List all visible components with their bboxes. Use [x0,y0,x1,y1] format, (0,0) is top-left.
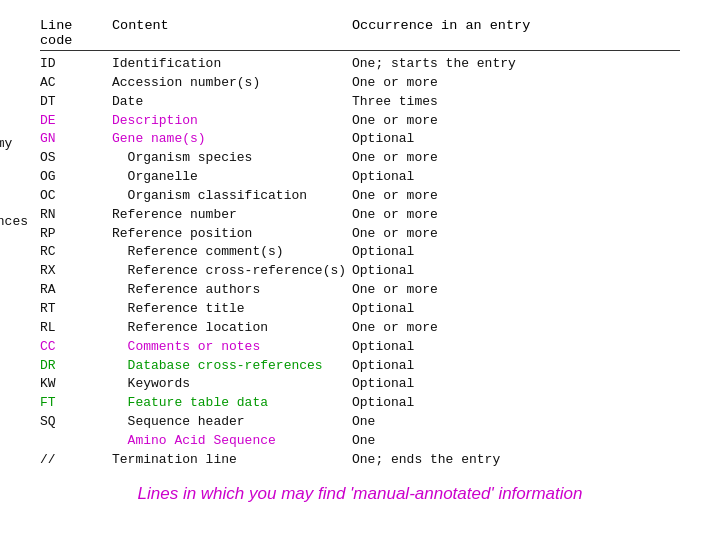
cell-linecode: DR [40,357,112,376]
cell-occurrence: One [352,432,572,451]
cell-content: Organelle [112,168,352,187]
table-header: Line code Content Occurrence in an entry [40,18,680,50]
table-row: CC Comments or notes Optional [40,338,680,357]
cell-content: Reference comment(s) [112,243,352,262]
main-container: taxonomy references Line code Content Oc… [0,0,720,540]
cell-occurrence: One [352,413,572,432]
cell-linecode: RC [40,243,112,262]
table-row: DR Database cross-references Optional [40,357,680,376]
cell-content: Gene name(s) [112,130,352,149]
cell-linecode: AC [40,74,112,93]
cell-occurrence: One or more [352,149,572,168]
cell-occurrence: One or more [352,225,572,244]
cell-content: Reference cross-reference(s) [112,262,352,281]
cell-occurrence: Optional [352,357,572,376]
table-row: // Termination line One; ends the entry [40,451,680,470]
cell-content: Reference number [112,206,352,225]
cell-linecode: RN [40,206,112,225]
table-row: ID Identification One; starts the entry [40,55,680,74]
cell-occurrence: One or more [352,281,572,300]
table-row: GN Gene name(s) Optional [40,130,680,149]
table-row: RA Reference authors One or more [40,281,680,300]
header-occurrence: Occurrence in an entry [352,18,572,48]
cell-content: Comments or notes [112,338,352,357]
cell-linecode: OC [40,187,112,206]
cell-occurrence: One or more [352,187,572,206]
table-row: RC Reference comment(s) Optional [40,243,680,262]
table-wrapper: taxonomy references Line code Content Oc… [40,18,680,470]
cell-linecode: RL [40,319,112,338]
cell-linecode: GN [40,130,112,149]
header-linecode: Line code [40,18,112,48]
cell-content: Description [112,112,352,131]
table-row: OG Organelle Optional [40,168,680,187]
cell-content: Identification [112,55,352,74]
cell-occurrence: Optional [352,168,572,187]
cell-linecode: DE [40,112,112,131]
cell-occurrence: One or more [352,319,572,338]
cell-content: Reference position [112,225,352,244]
cell-occurrence: Three times [352,93,572,112]
cell-content: Keywords [112,375,352,394]
cell-occurrence: One or more [352,74,572,93]
taxonomy-label: taxonomy [0,136,12,151]
table-body: ID Identification One; starts the entry … [40,55,680,470]
cell-occurrence: Optional [352,262,572,281]
cell-occurrence: One or more [352,206,572,225]
table-row: DT Date Three times [40,93,680,112]
cell-content: Organism species [112,149,352,168]
cell-linecode: RT [40,300,112,319]
cell-linecode: FT [40,394,112,413]
cell-occurrence: One; ends the entry [352,451,572,470]
table-row: OS Organism species One or more [40,149,680,168]
cell-linecode: CC [40,338,112,357]
cell-linecode: OS [40,149,112,168]
cell-content: Date [112,93,352,112]
cell-content: Organism classification [112,187,352,206]
table-row: OC Organism classification One or more [40,187,680,206]
cell-content: Accession number(s) [112,74,352,93]
cell-linecode: RP [40,225,112,244]
cell-content: Feature table data [112,394,352,413]
table-row: RN Reference number One or more [40,206,680,225]
cell-content: Reference location [112,319,352,338]
cell-occurrence: One or more [352,112,572,131]
cell-content: Reference authors [112,281,352,300]
table-row: AC Accession number(s) One or more [40,74,680,93]
cell-content: Reference title [112,300,352,319]
cell-occurrence: Optional [352,300,572,319]
table-row: Amino Acid Sequence One [40,432,680,451]
cell-occurrence: One; starts the entry [352,55,572,74]
cell-content: Termination line [112,451,352,470]
table-row: KW Keywords Optional [40,375,680,394]
cell-occurrence: Optional [352,243,572,262]
cell-linecode: RX [40,262,112,281]
table-row: RX Reference cross-reference(s) Optional [40,262,680,281]
table-row: RL Reference location One or more [40,319,680,338]
references-label: references [0,214,28,229]
header-divider [40,50,680,51]
cell-linecode: SQ [40,413,112,432]
cell-linecode: OG [40,168,112,187]
cell-occurrence: Optional [352,338,572,357]
cell-content: Database cross-references [112,357,352,376]
footer-text: Lines in which you may find 'manual-anno… [138,484,583,504]
cell-content: Amino Acid Sequence [112,432,352,451]
cell-occurrence: Optional [352,130,572,149]
cell-occurrence: Optional [352,394,572,413]
cell-linecode: DT [40,93,112,112]
header-content: Content [112,18,352,48]
cell-occurrence: Optional [352,375,572,394]
cell-linecode: ID [40,55,112,74]
table-row: SQ Sequence header One [40,413,680,432]
cell-linecode: RA [40,281,112,300]
table-row: DE Description One or more [40,112,680,131]
cell-linecode: // [40,451,112,470]
cell-linecode: KW [40,375,112,394]
table-row: RP Reference position One or more [40,225,680,244]
table-row: RT Reference title Optional [40,300,680,319]
cell-content: Sequence header [112,413,352,432]
table-row: FT Feature table data Optional [40,394,680,413]
